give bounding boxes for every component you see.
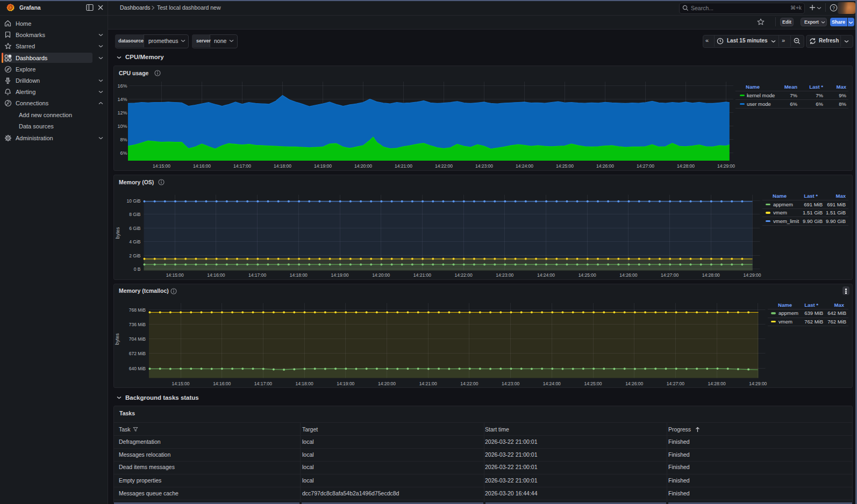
svg-text:14:26:00: 14:26:00 bbox=[619, 272, 637, 278]
svg-text:14:20:00: 14:20:00 bbox=[372, 272, 390, 278]
svg-text:6%: 6% bbox=[120, 150, 127, 156]
svg-text:14:26:00: 14:26:00 bbox=[625, 381, 643, 386]
svg-text:bytes: bytes bbox=[115, 227, 120, 239]
svg-text:14%: 14% bbox=[117, 97, 127, 102]
svg-text:14:15:00: 14:15:00 bbox=[172, 381, 189, 386]
svg-text:8%: 8% bbox=[120, 137, 127, 142]
svg-text:672 MiB: 672 MiB bbox=[129, 351, 146, 356]
svg-text:14:25:00: 14:25:00 bbox=[579, 272, 596, 278]
svg-text:14:21:00: 14:21:00 bbox=[419, 381, 437, 386]
svg-text:14:17:00: 14:17:00 bbox=[254, 381, 272, 386]
svg-text:704 MiB: 704 MiB bbox=[129, 336, 146, 342]
svg-text:14:24:00: 14:24:00 bbox=[516, 163, 533, 169]
svg-text:14:23:00: 14:23:00 bbox=[502, 381, 519, 386]
svg-text:14:17:00: 14:17:00 bbox=[233, 163, 251, 169]
svg-text:14:21:00: 14:21:00 bbox=[413, 272, 431, 278]
svg-text:14:22:00: 14:22:00 bbox=[435, 163, 453, 169]
svg-text:14:23:00: 14:23:00 bbox=[496, 272, 513, 278]
svg-text:14:29:00: 14:29:00 bbox=[749, 381, 767, 386]
svg-text:14:19:00: 14:19:00 bbox=[337, 381, 354, 386]
svg-text:14:18:00: 14:18:00 bbox=[296, 381, 313, 386]
svg-text:14:28:00: 14:28:00 bbox=[702, 272, 720, 278]
svg-text:14:20:00: 14:20:00 bbox=[354, 163, 372, 169]
svg-text:14:16:00: 14:16:00 bbox=[193, 163, 211, 169]
svg-text:14:24:00: 14:24:00 bbox=[537, 272, 555, 278]
svg-text:14:16:00: 14:16:00 bbox=[213, 381, 231, 386]
svg-text:14:22:00: 14:22:00 bbox=[460, 381, 478, 386]
svg-text:14:28:00: 14:28:00 bbox=[708, 381, 726, 386]
svg-text:14:19:00: 14:19:00 bbox=[331, 272, 348, 278]
svg-text:14:25:00: 14:25:00 bbox=[556, 163, 574, 169]
svg-text:10%: 10% bbox=[117, 124, 127, 129]
svg-text:10 GiB: 10 GiB bbox=[127, 198, 141, 203]
svg-text:14:29:00: 14:29:00 bbox=[743, 272, 761, 278]
svg-text:14:18:00: 14:18:00 bbox=[290, 272, 308, 278]
svg-text:12%: 12% bbox=[117, 110, 127, 116]
svg-text:14:23:00: 14:23:00 bbox=[475, 163, 493, 169]
svg-text:14:27:00: 14:27:00 bbox=[661, 272, 679, 278]
svg-text:8 GiB: 8 GiB bbox=[129, 212, 141, 217]
svg-text:640 MiB: 640 MiB bbox=[129, 366, 146, 371]
svg-text:14:15:00: 14:15:00 bbox=[153, 163, 170, 169]
svg-text:14:20:00: 14:20:00 bbox=[378, 381, 396, 386]
svg-text:14:21:00: 14:21:00 bbox=[395, 163, 412, 169]
svg-text:14:25:00: 14:25:00 bbox=[584, 381, 602, 386]
svg-text:16%: 16% bbox=[117, 83, 127, 89]
svg-text:bytes: bytes bbox=[115, 333, 120, 345]
svg-text:2 GiB: 2 GiB bbox=[129, 253, 141, 258]
svg-text:6 GiB: 6 GiB bbox=[129, 225, 141, 231]
svg-text:14:27:00: 14:27:00 bbox=[637, 163, 654, 169]
svg-text:0 B: 0 B bbox=[134, 267, 141, 272]
svg-text:14:28:00: 14:28:00 bbox=[677, 163, 695, 169]
svg-text:4 GiB: 4 GiB bbox=[129, 239, 141, 244]
svg-text:14:27:00: 14:27:00 bbox=[667, 381, 684, 386]
svg-text:14:15:00: 14:15:00 bbox=[166, 272, 184, 278]
svg-text:14:18:00: 14:18:00 bbox=[274, 163, 291, 169]
svg-text:14:19:00: 14:19:00 bbox=[314, 163, 332, 169]
svg-text:736 MiB: 736 MiB bbox=[129, 322, 146, 327]
svg-text:14:26:00: 14:26:00 bbox=[596, 163, 614, 169]
svg-text:768 MiB: 768 MiB bbox=[129, 307, 146, 313]
svg-text:14:29:00: 14:29:00 bbox=[717, 163, 735, 169]
svg-text:14:24:00: 14:24:00 bbox=[543, 381, 561, 386]
svg-text:14:22:00: 14:22:00 bbox=[455, 272, 473, 278]
svg-text:14:16:00: 14:16:00 bbox=[207, 272, 225, 278]
svg-text:?: ? bbox=[832, 5, 835, 10]
svg-text:14:17:00: 14:17:00 bbox=[248, 272, 266, 278]
